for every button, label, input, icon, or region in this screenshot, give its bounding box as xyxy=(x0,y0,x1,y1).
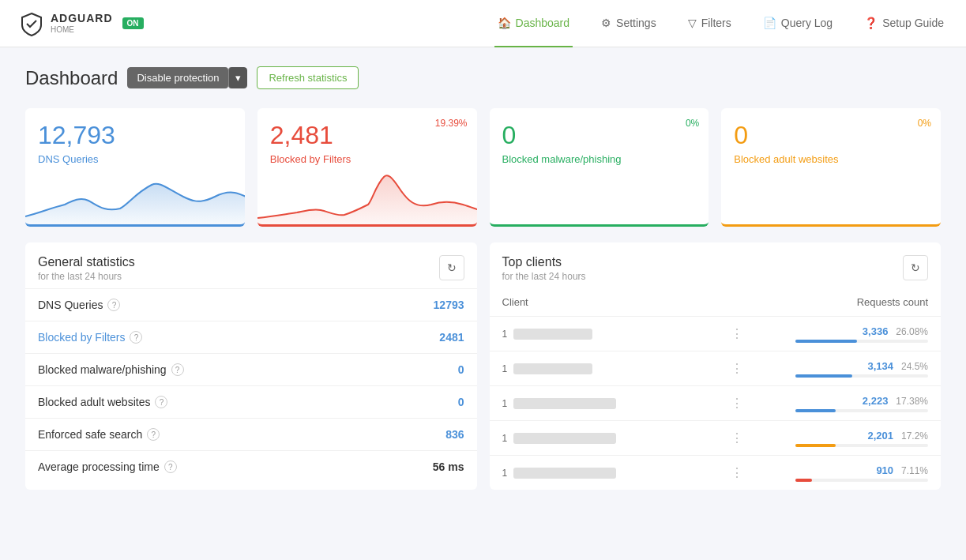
filter-icon: ▽ xyxy=(688,17,697,29)
count-cell: 2,223 17.38% xyxy=(783,386,941,421)
general-stats-card: General statistics for the last 24 hours… xyxy=(25,242,477,490)
client-menu-button[interactable]: ⋮ xyxy=(731,397,745,410)
client-cell: 1 xyxy=(502,329,705,340)
general-stats-refresh-button[interactable]: ↻ xyxy=(439,255,464,280)
client-ip xyxy=(513,329,592,340)
client-ip xyxy=(513,363,592,374)
logo: ADGUARD HOME ON xyxy=(19,11,144,36)
malware-pct: 0% xyxy=(686,118,699,129)
general-stats-subtitle: for the last 24 hours xyxy=(38,271,135,282)
client-num: 1 xyxy=(502,468,508,479)
client-menu-button[interactable]: ⋮ xyxy=(731,466,745,479)
stat-card-malware: 0% 0 Blocked malware/phishing xyxy=(490,108,709,227)
table-row: Blocked by Filters ? 2481 xyxy=(25,321,477,354)
nav-link-filters[interactable]: ▽ Filters xyxy=(685,0,735,47)
safe-search-help-icon[interactable]: ? xyxy=(147,428,160,441)
count-cell: 3,134 24.5% xyxy=(783,351,941,386)
avg-time-help-icon[interactable]: ? xyxy=(164,460,177,473)
top-clients-header: Top clients for the last 24 hours ↻ xyxy=(490,242,942,288)
table-row: DNS Queries ? 12793 xyxy=(25,289,477,321)
general-stats-title: General statistics xyxy=(38,255,135,269)
nav-links: 🏠 Dashboard ⚙ Settings ▽ Filters 📄 Query… xyxy=(494,0,947,47)
client-ip xyxy=(513,433,616,444)
count-value: 3,336 xyxy=(863,325,889,337)
blocked-adult-row-label: Blocked adult websites xyxy=(38,396,150,408)
table-row: Blocked adult websites ? 0 xyxy=(25,386,477,419)
top-clients-subtitle: for the last 24 hours xyxy=(502,271,586,282)
table-row: Blocked malware/phishing ? 0 xyxy=(25,354,477,386)
client-menu-button[interactable]: ⋮ xyxy=(731,362,745,375)
refresh-statistics-button[interactable]: Refresh statistics xyxy=(257,66,359,89)
client-num: 1 xyxy=(502,433,508,444)
list-item: 1 ⋮ 2,223 17.38% xyxy=(490,386,942,421)
count-pct: 26.08% xyxy=(896,326,928,337)
blocked-malware-help-icon[interactable]: ? xyxy=(171,363,184,376)
list-item: 1 ⋮ 3,134 24.5% xyxy=(490,351,942,386)
table-row: Average processing time ? 56 ms xyxy=(25,451,477,483)
count-bar-wrap xyxy=(795,444,928,447)
gear-icon: ⚙ xyxy=(601,17,611,29)
client-menu-button[interactable]: ⋮ xyxy=(731,431,745,445)
clients-table-header: Client Requests count xyxy=(490,288,942,317)
nav-link-settings[interactable]: ⚙ Settings xyxy=(598,0,660,47)
dns-queries-row-label: DNS Queries xyxy=(38,299,103,311)
nav-link-setup[interactable]: ❓ Setup Guide xyxy=(861,0,947,47)
top-clients-title-group: Top clients for the last 24 hours xyxy=(502,255,586,282)
dns-queries-value: 12,793 xyxy=(38,121,232,150)
count-bar-wrap xyxy=(795,409,928,412)
blocked-adult-row-value: 0 xyxy=(364,386,476,419)
adult-value: 0 xyxy=(734,121,928,150)
count-value: 3,134 xyxy=(868,360,894,372)
count-pct: 17.2% xyxy=(901,430,928,442)
blocked-filters-row-link[interactable]: Blocked by Filters xyxy=(38,331,125,344)
client-num: 1 xyxy=(502,363,508,374)
general-stats-header: General statistics for the last 24 hours… xyxy=(25,242,477,288)
table-row: Enforced safe search ? 836 xyxy=(25,419,477,451)
safe-search-row-value: 836 xyxy=(364,419,476,451)
list-item: 1 ⋮ 2,201 17.2% xyxy=(490,421,942,456)
bottom-section: General statistics for the last 24 hours… xyxy=(25,242,941,490)
count-value: 2,201 xyxy=(868,430,894,442)
nav-link-querylog[interactable]: 📄 Query Log xyxy=(760,0,836,47)
top-clients-refresh-button[interactable]: ↻ xyxy=(903,255,928,280)
client-cell: 1 xyxy=(502,363,705,374)
avg-time-row-label: Average processing time xyxy=(38,460,160,473)
page-header: Dashboard Disable protection ▾ Refresh s… xyxy=(25,66,941,89)
client-ip xyxy=(513,398,616,409)
top-clients-title: Top clients xyxy=(502,255,586,269)
disable-protection-button[interactable]: Disable protection xyxy=(127,67,228,88)
client-ip xyxy=(513,468,616,479)
malware-value: 0 xyxy=(502,121,697,150)
safe-search-row-label: Enforced safe search xyxy=(38,428,142,441)
malware-label: Blocked malware/phishing xyxy=(502,153,697,165)
blocked-filters-row-value: 2481 xyxy=(364,321,476,354)
blocked-chart xyxy=(257,161,477,224)
general-stats-title-group: General statistics for the last 24 hours xyxy=(38,255,135,282)
blocked-filters-help-icon[interactable]: ? xyxy=(130,331,142,344)
client-menu-button[interactable]: ⋮ xyxy=(731,327,745,340)
general-stats-table: DNS Queries ? 12793 Blocked by Filters ?… xyxy=(25,288,477,483)
blocked-adult-help-icon[interactable]: ? xyxy=(155,396,167,408)
blocked-malware-row-value: 0 xyxy=(364,354,476,386)
count-value: 910 xyxy=(876,464,893,476)
count-bar-wrap xyxy=(795,479,928,482)
client-num: 1 xyxy=(502,329,508,340)
client-cell: 1 xyxy=(502,398,705,409)
count-value: 2,223 xyxy=(863,395,889,407)
status-badge: ON xyxy=(122,17,144,29)
blocked-pct: 19.39% xyxy=(435,118,468,129)
logo-text: ADGUARD HOME xyxy=(51,13,113,33)
count-bar-wrap xyxy=(795,374,928,378)
nav-link-dashboard[interactable]: 🏠 Dashboard xyxy=(494,0,573,47)
stat-card-adult: 0% 0 Blocked adult websites xyxy=(721,108,941,227)
count-pct: 17.38% xyxy=(896,396,928,407)
home-icon: 🏠 xyxy=(498,17,511,29)
shield-icon xyxy=(19,11,44,36)
adult-pct: 0% xyxy=(918,118,931,129)
top-clients-table: Client Requests count 1 ⋮ 3,336 26.08% xyxy=(490,288,942,490)
disable-protection-dropdown-button[interactable]: ▾ xyxy=(228,67,247,88)
adult-label: Blocked adult websites xyxy=(734,153,928,165)
list-item: 1 ⋮ 3,336 26.08% xyxy=(490,317,942,351)
stat-card-blocked: 19.39% 2,481 Blocked by Filters xyxy=(257,108,477,227)
dns-queries-help-icon[interactable]: ? xyxy=(107,299,120,311)
